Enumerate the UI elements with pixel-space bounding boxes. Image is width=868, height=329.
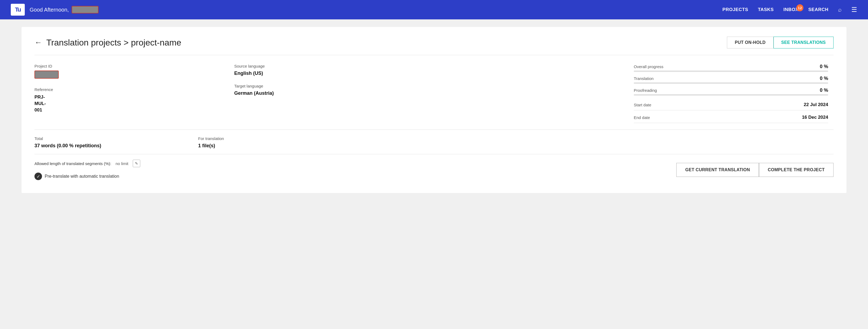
project-id-section: Project ID Reference PRJ-MUL-001 (34, 64, 234, 123)
header: Tu Good Afternoon, PROJECTS TASKS INBOX … (0, 0, 868, 20)
total-label: Total (34, 136, 101, 141)
back-button[interactable]: ← (34, 38, 42, 47)
pretranslate-check-icon: ✓ (34, 173, 42, 180)
greeting: Good Afternoon, (30, 6, 98, 13)
overall-progress-row: Overall progress 0 % (634, 64, 828, 72)
end-date-row: End date 16 Dec 2024 (634, 115, 828, 123)
edit-allowed-length-button[interactable]: ✎ (133, 160, 140, 167)
language-section: Source language English (US) Target lang… (234, 64, 434, 123)
nav-search-text[interactable]: SEARCH (808, 7, 829, 12)
main-nav: PROJECTS TASKS INBOX 12 SEARCH ⌕ ☰ (722, 6, 857, 13)
nav-projects[interactable]: PROJECTS (722, 7, 748, 12)
no-limit-value: no limit (116, 161, 128, 166)
logo: Tu (11, 4, 25, 16)
end-date-label: End date (634, 115, 650, 120)
target-language-value: German (Austria) (234, 90, 429, 96)
see-translations-button[interactable]: SEE TRANSLATIONS (774, 37, 834, 49)
source-language-value: English (US) (234, 70, 429, 76)
search-icon[interactable]: ⌕ (838, 6, 842, 13)
bottom-actions: GET CURRENT TRANSLATION COMPLETE THE PRO… (676, 163, 834, 177)
complete-project-button[interactable]: COMPLETE THE PROJECT (759, 163, 834, 177)
start-date-row: Start date 22 Jul 2024 (634, 102, 828, 110)
totals-row: Total 37 words (0.00 % repetitions) For … (34, 136, 834, 154)
proofreading-progress-row: Proofreading 0 % (634, 88, 828, 96)
allowed-length-row: Allowed length of translated segments (%… (34, 160, 140, 167)
translation-label: Translation (634, 76, 654, 81)
proofreading-pct: 0 % (820, 88, 828, 93)
reference-value: PRJ-MUL-001 (34, 94, 229, 113)
project-id-label: Project ID (34, 64, 229, 68)
get-current-translation-button[interactable]: GET CURRENT TRANSLATION (676, 163, 759, 177)
bottom-row: Allowed length of translated segments (%… (34, 160, 834, 180)
title-actions: PUT ON-HOLD SEE TRANSLATIONS (727, 37, 834, 49)
translation-progress-bar (634, 82, 828, 84)
inbox-badge: 12 (796, 4, 803, 11)
proofreading-progress-bar (634, 94, 828, 96)
overall-progress-bar (634, 70, 828, 72)
main-content: ← Translation projects > project-name PU… (22, 27, 846, 193)
target-language-label: Target language (234, 84, 429, 88)
title-left: ← Translation projects > project-name (34, 38, 181, 48)
overall-progress-value: 0 % (820, 64, 828, 69)
page-title: Translation projects > project-name (46, 38, 181, 48)
translation-progress-row: Translation 0 % (634, 76, 828, 84)
for-translation-label: For translation (198, 136, 224, 141)
nav-inbox[interactable]: INBOX 12 (783, 7, 799, 12)
end-date-value: 16 Dec 2024 (802, 115, 828, 120)
total-section: Total 37 words (0.00 % repetitions) (34, 136, 101, 149)
proofreading-label: Proofreading (634, 88, 657, 93)
source-language-label: Source language (234, 64, 429, 68)
allowed-length-label: Allowed length of translated segments (%… (34, 161, 111, 166)
for-translation-section: For translation 1 file(s) (198, 136, 224, 149)
reference-label: Reference (34, 87, 229, 92)
progress-section: Overall progress 0 % Translation 0 % P (634, 64, 834, 123)
nav-tasks[interactable]: TASKS (758, 7, 774, 12)
greeting-text: Good Afternoon, (30, 7, 69, 13)
project-id-redacted (34, 70, 59, 79)
project-info-grid: Project ID Reference PRJ-MUL-001 Source … (34, 64, 834, 130)
put-on-hold-button[interactable]: PUT ON-HOLD (727, 37, 773, 49)
hamburger-icon[interactable]: ☰ (851, 6, 857, 13)
spacer-col (434, 64, 634, 123)
pretranslate-label: Pre-translate with automatic translation (45, 174, 119, 179)
dates-section: Start date 22 Jul 2024 End date 16 Dec 2… (634, 102, 828, 123)
start-date-value: 22 Jul 2024 (804, 102, 828, 108)
bottom-left: Allowed length of translated segments (%… (34, 160, 140, 180)
for-translation-value: 1 file(s) (198, 143, 224, 149)
translation-pct: 0 % (820, 76, 828, 81)
username-redacted (72, 6, 98, 13)
start-date-label: Start date (634, 102, 651, 107)
pretranslate-row: ✓ Pre-translate with automatic translati… (34, 173, 140, 180)
overall-progress-label: Overall progress (634, 64, 663, 69)
total-value: 37 words (0.00 % repetitions) (34, 143, 101, 149)
title-row: ← Translation projects > project-name PU… (34, 37, 834, 55)
